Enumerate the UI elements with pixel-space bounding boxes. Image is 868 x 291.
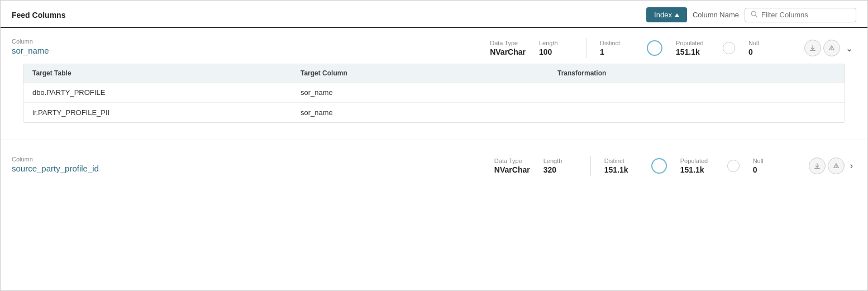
- th-target-column: Target Column: [301, 69, 557, 77]
- stat-null-1: Null 0: [748, 40, 782, 56]
- stat-populated-label-1: Populated: [676, 40, 704, 46]
- alert-icon-1[interactable]: [823, 40, 840, 56]
- stat-distinct-value-1: 1: [600, 47, 604, 56]
- td-target-table-1-1: dbo.PARTY_PROFILE: [32, 88, 301, 97]
- stat-data-type-2: Data Type NVarChar: [494, 158, 530, 174]
- col-stats-1: Data Type NVarChar Length 100 Distinct 1: [490, 38, 856, 58]
- stat-null-value-2: 0: [753, 165, 757, 174]
- td-transformation-1-2: [557, 108, 836, 117]
- stat-null-2: Null 0: [753, 158, 786, 174]
- column-name-block-1: Column sor_name: [12, 38, 179, 55]
- stat-null-value-1: 0: [748, 47, 753, 56]
- download-icon-1[interactable]: [804, 40, 821, 56]
- stat-length-2: Length 320: [543, 158, 577, 174]
- stat-length-value-1: 100: [539, 47, 552, 56]
- svg-line-1: [756, 15, 757, 17]
- column-meta-row-1: Column sor_name Data Type NVarChar Lengt…: [12, 38, 856, 58]
- populated-circle-indicator-2: [651, 158, 667, 174]
- stat-null-label-2: Null: [753, 158, 764, 164]
- stat-length-label-1: Length: [539, 40, 558, 46]
- td-target-column-1-2: sor_name: [301, 108, 557, 117]
- stat-populated-value-2: 151.1k: [680, 165, 704, 174]
- header-controls: Index Column Name: [646, 7, 856, 22]
- stat-populated-value-1: 151.1k: [676, 47, 700, 56]
- stat-data-type-value-1: NVarChar: [490, 47, 526, 56]
- stat-divider-1: [586, 38, 586, 58]
- action-icons-2: ›: [809, 158, 856, 174]
- stat-distinct-value-2: 151.1k: [604, 165, 628, 174]
- stat-length-1: Length 100: [539, 40, 573, 56]
- col-label-2: Column: [12, 156, 179, 163]
- col-value-source-party[interactable]: source_party_profile_id: [12, 164, 179, 173]
- column-section-sor-name: Column sor_name Data Type NVarChar Lengt…: [1, 28, 867, 134]
- col-value-sor-name[interactable]: sor_name: [12, 46, 179, 55]
- stat-populated-1: Populated 151.1k: [676, 40, 709, 56]
- header: Feed Columns Index Column Name: [1, 1, 867, 28]
- sort-asc-icon: [675, 13, 679, 17]
- section-divider: [1, 140, 867, 140]
- filter-columns-input[interactable]: [761, 11, 850, 19]
- td-target-table-1-2: ir.PARTY_PROFILE_PII: [32, 108, 301, 117]
- td-target-column-1-1: sor_name: [301, 88, 557, 97]
- stat-length-label-2: Length: [543, 158, 562, 164]
- stat-data-type-label-1: Data Type: [490, 40, 518, 46]
- target-table-section-1: Target Table Target Column Transformatio…: [23, 64, 845, 123]
- stat-data-type-label-2: Data Type: [494, 158, 522, 164]
- download-icon-2[interactable]: [809, 158, 826, 174]
- col-label-1: Column: [12, 38, 179, 45]
- column-section-source-party: Column source_party_profile_id Data Type…: [1, 146, 867, 182]
- stat-data-type-1: Data Type NVarChar: [490, 40, 526, 56]
- search-icon: [751, 11, 758, 20]
- feed-columns-page: Feed Columns Index Column Name: [0, 0, 868, 291]
- chevron-right-icon-2[interactable]: ›: [847, 160, 856, 172]
- stat-divider-2: [590, 156, 591, 176]
- null-circle-indicator-1: [723, 42, 735, 54]
- table-row-1-1: dbo.PARTY_PROFILE sor_name: [23, 82, 845, 102]
- page-title: Feed Columns: [12, 11, 65, 20]
- td-transformation-1-1: [557, 88, 836, 97]
- svg-point-7: [836, 167, 836, 168]
- index-button[interactable]: Index: [646, 7, 687, 22]
- stat-distinct-label-1: Distinct: [600, 40, 620, 46]
- svg-point-4: [831, 49, 832, 50]
- stat-length-value-2: 320: [543, 165, 556, 174]
- target-table-header-1: Target Table Target Column Transformatio…: [23, 64, 845, 82]
- th-transformation: Transformation: [557, 69, 836, 77]
- th-target-table: Target Table: [32, 69, 301, 77]
- stat-null-label-1: Null: [748, 40, 759, 46]
- stat-distinct-label-2: Distinct: [604, 158, 624, 164]
- stat-data-type-value-2: NVarChar: [494, 165, 530, 174]
- stat-populated-2: Populated 151.1k: [680, 158, 714, 174]
- column-meta-row-2: Column source_party_profile_id Data Type…: [12, 156, 856, 176]
- table-row-1-2: ir.PARTY_PROFILE_PII sor_name: [23, 102, 845, 122]
- stat-distinct-2: Distinct 151.1k: [604, 158, 638, 174]
- null-circle-indicator-2: [727, 160, 740, 172]
- stat-distinct-1: Distinct 1: [600, 40, 633, 56]
- column-name-block-2: Column source_party_profile_id: [12, 156, 179, 173]
- alert-icon-2[interactable]: [828, 158, 845, 174]
- column-name-label: Column Name: [693, 11, 739, 19]
- action-icons-1: ⌄: [804, 40, 856, 56]
- col-stats-2: Data Type NVarChar Length 320 Distinct 1…: [494, 156, 856, 176]
- stat-populated-label-2: Populated: [680, 158, 708, 164]
- filter-columns-input-wrap[interactable]: [745, 8, 856, 22]
- populated-circle-indicator-1: [647, 40, 662, 56]
- chevron-down-icon-1[interactable]: ⌄: [842, 42, 856, 55]
